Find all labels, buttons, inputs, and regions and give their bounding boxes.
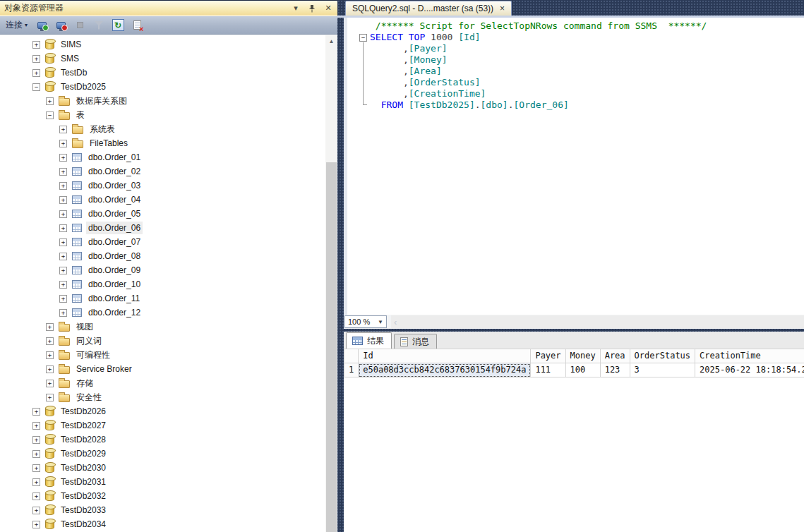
expand-icon[interactable]: + xyxy=(32,422,40,430)
expand-icon[interactable]: + xyxy=(32,408,40,416)
expand-icon[interactable]: + xyxy=(32,521,40,528)
column-header-payer[interactable]: Payer xyxy=(531,349,565,363)
scrollbar-up-icon[interactable]: ▲ xyxy=(325,35,337,47)
expand-icon[interactable]: + xyxy=(59,253,67,260)
editor-horizontal-scrollbar[interactable]: ‹ xyxy=(391,315,804,328)
expand-icon[interactable]: + xyxy=(32,464,40,472)
tree-item-dbo-order_03[interactable]: +dbo.Order_03 xyxy=(0,179,337,193)
expand-icon[interactable]: + xyxy=(32,69,40,77)
tree-item-sms[interactable]: +SMS xyxy=(0,52,337,66)
expand-icon[interactable]: + xyxy=(32,436,40,444)
grid-cell-orderstatus[interactable]: 3 xyxy=(630,363,695,377)
window-position-icon[interactable]: ▾ xyxy=(291,4,301,13)
row-header[interactable]: 1 xyxy=(344,363,359,377)
expand-icon[interactable]: + xyxy=(59,238,67,246)
tree-item-filetables[interactable]: +FileTables xyxy=(0,136,337,150)
column-header-area[interactable]: Area xyxy=(600,349,630,363)
tree-item--[interactable]: −表 xyxy=(0,108,337,122)
pin-icon[interactable] xyxy=(307,4,317,13)
column-header-id[interactable]: Id xyxy=(359,349,531,363)
tree-item-testdb2029[interactable]: +TestDb2029 xyxy=(0,447,337,461)
expand-icon[interactable]: + xyxy=(46,337,54,345)
results-tab-结果[interactable]: 结果 xyxy=(346,332,392,349)
tree-item-testdb2030[interactable]: +TestDb2030 xyxy=(0,461,337,475)
grid-cell-area[interactable]: 123 xyxy=(600,363,630,377)
tree-item-testdb2032[interactable]: +TestDb2032 xyxy=(0,489,337,503)
expand-icon[interactable]: + xyxy=(59,267,67,274)
stop-button[interactable] xyxy=(73,18,87,32)
grid-corner-cell[interactable] xyxy=(344,349,359,363)
tab-close-icon[interactable]: × xyxy=(500,4,505,13)
grid-cell-id[interactable]: e50a08d3ccb842c6837630154f9b724a xyxy=(359,363,531,377)
tree-item-testdb2027[interactable]: +TestDb2027 xyxy=(0,418,337,433)
tree-item-testdb2026[interactable]: +TestDb2026 xyxy=(0,404,337,418)
tree-item-testdb2028[interactable]: +TestDb2028 xyxy=(0,433,337,447)
column-header-orderstatus[interactable]: OrderStatus xyxy=(630,349,695,363)
results-tab-消息[interactable]: 消息 xyxy=(394,334,437,349)
filter-button[interactable] xyxy=(92,18,106,32)
tree-item-service-broker[interactable]: +Service Broker xyxy=(0,362,337,376)
tree-item--[interactable]: +可编程性 xyxy=(0,348,337,362)
tree-item-dbo-order_06[interactable]: +dbo.Order_06 xyxy=(0,221,337,235)
expand-icon[interactable]: + xyxy=(59,168,67,176)
tree-item-testdb[interactable]: +TestDb xyxy=(0,66,337,80)
grid-cell-creationtime[interactable]: 2025-06-22 18:18:54.2371483 xyxy=(695,363,804,377)
refresh-button[interactable] xyxy=(111,18,125,32)
connect-dropdown-button[interactable]: 连接 ▾ xyxy=(4,18,30,32)
connect-object-explorer-button[interactable] xyxy=(35,18,49,32)
tree-item--[interactable]: +系统表 xyxy=(0,122,337,136)
disable-poll-button[interactable] xyxy=(130,18,144,32)
tree-item-dbo-order_11[interactable]: +dbo.Order_11 xyxy=(0,291,337,306)
expand-icon[interactable]: + xyxy=(32,41,40,49)
expand-icon[interactable]: + xyxy=(59,295,67,303)
column-header-money[interactable]: Money xyxy=(565,349,600,363)
document-tab[interactable]: SQLQuery2.sql - D....master (sa (53)) × xyxy=(345,1,512,16)
expand-icon[interactable]: + xyxy=(32,492,40,500)
tree-item-dbo-order_05[interactable]: +dbo.Order_05 xyxy=(0,207,337,221)
expand-icon[interactable]: + xyxy=(59,182,67,190)
collapse-icon[interactable]: − xyxy=(32,83,40,91)
tree-item--[interactable]: +数据库关系图 xyxy=(0,94,337,108)
expand-icon[interactable]: + xyxy=(32,55,40,63)
expand-icon[interactable]: + xyxy=(46,97,54,105)
tree-item-dbo-order_02[interactable]: +dbo.Order_02 xyxy=(0,164,337,179)
expand-icon[interactable]: + xyxy=(46,323,54,331)
tree-item-dbo-order_07[interactable]: +dbo.Order_07 xyxy=(0,235,337,249)
tree-item-dbo-order_12[interactable]: +dbo.Order_12 xyxy=(0,306,337,320)
tree-item-dbo-order_04[interactable]: +dbo.Order_04 xyxy=(0,193,337,207)
expand-icon[interactable]: + xyxy=(59,281,67,289)
tree-item-testdb2025[interactable]: −TestDb2025 xyxy=(0,80,337,94)
expand-icon[interactable]: + xyxy=(46,351,54,359)
expand-icon[interactable]: + xyxy=(32,450,40,458)
fold-collapse-icon[interactable] xyxy=(359,34,367,42)
expand-icon[interactable]: + xyxy=(46,394,54,401)
sql-editor[interactable]: /****** Script for SelectTopNRows comman… xyxy=(344,18,804,315)
tree-item-dbo-order_09[interactable]: +dbo.Order_09 xyxy=(0,263,337,277)
expand-icon[interactable]: + xyxy=(32,478,40,486)
tree-item-testdb2031[interactable]: +TestDb2031 xyxy=(0,475,337,489)
tree-item-testdb2033[interactable]: +TestDb2033 xyxy=(0,503,337,517)
grid-cell-payer[interactable]: 111 xyxy=(531,363,565,377)
expand-icon[interactable]: + xyxy=(59,154,67,162)
disconnect-button[interactable] xyxy=(54,18,68,32)
expand-icon[interactable]: + xyxy=(32,507,40,514)
editor-zoom-dropdown[interactable]: 100 % ▼ xyxy=(344,315,387,328)
expand-icon[interactable]: + xyxy=(59,309,67,317)
expand-icon[interactable]: + xyxy=(59,210,67,218)
scrollbar-thumb[interactable] xyxy=(326,162,337,532)
object-explorer-tree[interactable]: +SIMS+SMS+TestDb−TestDb2025+数据库关系图−表+系统表… xyxy=(0,35,337,532)
column-header-creationtime[interactable]: CreationTime xyxy=(695,349,804,363)
close-icon[interactable]: ✕ xyxy=(323,4,333,13)
tree-item-dbo-order_10[interactable]: +dbo.Order_10 xyxy=(0,277,337,291)
tree-item--[interactable]: +存储 xyxy=(0,376,337,390)
tree-vertical-scrollbar[interactable]: ▲ xyxy=(325,35,337,532)
tree-item-testdb2034[interactable]: +TestDb2034 xyxy=(0,517,337,531)
expand-icon[interactable]: + xyxy=(59,140,67,147)
tree-item-dbo-order_08[interactable]: +dbo.Order_08 xyxy=(0,249,337,263)
expand-icon[interactable]: + xyxy=(59,224,67,232)
scroll-left-icon[interactable]: ‹ xyxy=(391,317,397,327)
tree-item--[interactable]: +同义词 xyxy=(0,334,337,348)
collapse-icon[interactable]: − xyxy=(46,111,54,119)
expand-icon[interactable]: + xyxy=(59,196,67,204)
tree-item-dbo-order_01[interactable]: +dbo.Order_01 xyxy=(0,150,337,164)
